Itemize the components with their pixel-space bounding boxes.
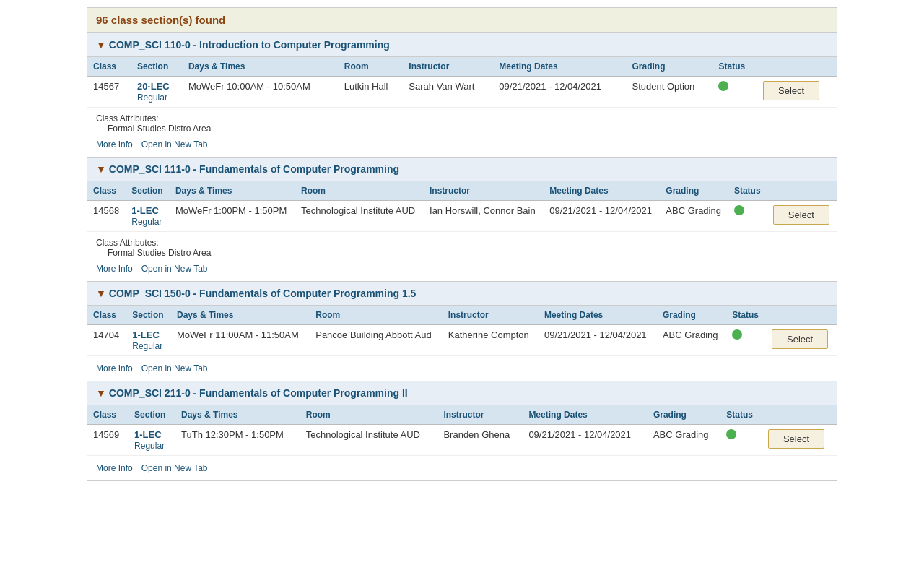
- open-new-tab-link[interactable]: Open in New Tab: [141, 264, 208, 274]
- class-attributes: Class Attributes:Formal Studies Distro A…: [87, 232, 837, 261]
- col-header: Room: [300, 405, 438, 425]
- col-header: Grading: [657, 306, 726, 325]
- col-header: Section: [131, 57, 183, 77]
- instructor-cell: Katherine Compton: [443, 325, 539, 356]
- status-dot: [732, 329, 742, 340]
- open-new-tab-link[interactable]: Open in New Tab: [141, 463, 208, 473]
- col-header: [762, 405, 837, 425]
- select-cell: Select: [762, 425, 837, 456]
- main-container: 96 class section(s) found ▼COMP_SCI 110-…: [87, 7, 837, 481]
- col-header: Section: [126, 181, 170, 201]
- results-header: 96 class section(s) found: [87, 7, 837, 33]
- more-info-link[interactable]: More Info: [96, 264, 133, 274]
- col-header: Meeting Dates: [539, 306, 657, 325]
- more-info-link[interactable]: More Info: [96, 139, 133, 150]
- select-button[interactable]: Select: [768, 429, 824, 449]
- section-type: Regular: [132, 341, 162, 351]
- select-cell: Select: [767, 201, 837, 232]
- select-cell: Select: [766, 325, 837, 356]
- col-header: Meeting Dates: [523, 405, 648, 425]
- select-button[interactable]: Select: [763, 81, 819, 100]
- course-header-2[interactable]: ▼COMP_SCI 111-0 - Fundamentals of Comput…: [87, 158, 837, 181]
- open-new-tab-link[interactable]: Open in New Tab: [141, 363, 208, 374]
- course-header-4[interactable]: ▼COMP_SCI 211-0 - Fundamentals of Comput…: [87, 381, 837, 405]
- section-type: Regular: [134, 441, 165, 451]
- collapse-arrow: ▼: [96, 387, 106, 399]
- table-wrapper-1: ClassSectionDays & TimesRoomInstructorMe…: [87, 57, 837, 108]
- course-block-4: ▼COMP_SCI 211-0 - Fundamentals of Comput…: [87, 381, 837, 481]
- course-block-2: ▼COMP_SCI 111-0 - Fundamentals of Comput…: [87, 158, 837, 282]
- collapse-arrow: ▼: [96, 39, 106, 51]
- course-table-1: ClassSectionDays & TimesRoomInstructorMe…: [87, 57, 837, 108]
- meeting-dates-cell: 09/21/2021 - 12/04/2021: [523, 425, 648, 456]
- attr-title: Class Attributes:: [96, 113, 159, 124]
- section-type: Regular: [131, 217, 162, 227]
- col-header: Section: [128, 405, 175, 425]
- attr-title: Class Attributes:: [96, 238, 159, 248]
- days-times-cell: TuTh 12:30PM - 1:50PM: [175, 425, 300, 456]
- table-row: 1456720-LECRegularMoWeFr 10:00AM - 10:50…: [87, 77, 837, 108]
- course-header-3[interactable]: ▼COMP_SCI 150-0 - Fundamentals of Comput…: [87, 282, 837, 306]
- collapse-arrow: ▼: [96, 163, 106, 175]
- col-header: Grading: [660, 181, 728, 201]
- select-button[interactable]: Select: [773, 205, 829, 225]
- col-header: Status: [726, 306, 766, 325]
- status-dot: [718, 81, 728, 91]
- table-row: 145681-LECRegularMoWeFr 1:00PM - 1:50PMT…: [87, 201, 837, 232]
- status-cell: [720, 425, 762, 456]
- more-info-link[interactable]: More Info: [96, 363, 133, 374]
- table-row: 145691-LECRegularTuTh 12:30PM - 1:50PMTe…: [87, 425, 837, 456]
- section-type: Regular: [137, 92, 167, 103]
- col-header: Room: [339, 57, 404, 77]
- status-dot: [734, 205, 744, 215]
- meeting-dates-cell: 09/21/2021 - 12/04/2021: [493, 77, 626, 108]
- select-button[interactable]: Select: [772, 329, 828, 349]
- col-header: [767, 181, 837, 201]
- col-header: Status: [720, 405, 762, 425]
- col-header: Meeting Dates: [493, 57, 626, 77]
- section-cell: 1-LECRegular: [126, 325, 171, 356]
- more-info-link[interactable]: More Info: [96, 463, 133, 473]
- status-dot: [726, 429, 736, 439]
- grading-cell: ABC Grading: [648, 425, 720, 456]
- col-header: Grading: [627, 57, 713, 77]
- col-header: Instructor: [403, 57, 493, 77]
- section-cell: 20-LECRegular: [131, 77, 183, 108]
- open-new-tab-link[interactable]: Open in New Tab: [141, 139, 208, 150]
- room-cell: Technological Institute AUD: [295, 201, 424, 232]
- col-header: Class: [87, 181, 126, 201]
- meeting-dates-cell: 09/21/2021 - 12/04/2021: [539, 325, 657, 356]
- section-link[interactable]: 1-LEC: [134, 429, 170, 440]
- meeting-dates-cell: 09/21/2021 - 12/04/2021: [544, 201, 660, 232]
- days-times-cell: MoWeFr 11:00AM - 11:50AM: [171, 325, 310, 356]
- col-header: Grading: [648, 405, 720, 425]
- status-cell: [728, 201, 767, 232]
- course-links-row: More InfoOpen in New Tab: [87, 137, 837, 157]
- status-cell: [712, 77, 757, 108]
- course-header-1[interactable]: ▼COMP_SCI 110-0 - Introduction to Comput…: [87, 33, 837, 57]
- section-link[interactable]: 1-LEC: [131, 205, 164, 216]
- course-block-1: ▼COMP_SCI 110-0 - Introduction to Comput…: [87, 33, 837, 158]
- room-cell: Lutkin Hall: [339, 77, 404, 108]
- col-header: [766, 306, 837, 325]
- room-cell: Pancoe Building Abbott Aud: [310, 325, 443, 356]
- col-header: Status: [728, 181, 767, 201]
- course-table-2: ClassSectionDays & TimesRoomInstructorMe…: [87, 181, 837, 232]
- table-wrapper-3: ClassSectionDays & TimesRoomInstructorMe…: [87, 306, 837, 356]
- results-count: 96 class section(s) found: [96, 14, 225, 26]
- section-link[interactable]: 20-LEC: [137, 81, 177, 92]
- grading-cell: ABC Grading: [660, 201, 728, 232]
- class-number: 14704: [87, 325, 126, 356]
- col-header: Instructor: [424, 181, 544, 201]
- status-cell: [726, 325, 766, 356]
- col-header: Class: [87, 306, 126, 325]
- table-wrapper-4: ClassSectionDays & TimesRoomInstructorMe…: [87, 405, 837, 456]
- attr-value: Formal Studies Distro Area: [96, 248, 211, 258]
- section-link[interactable]: 1-LEC: [132, 329, 165, 340]
- col-header: Instructor: [443, 306, 539, 325]
- section-cell: 1-LECRegular: [128, 425, 175, 456]
- section-cell: 1-LECRegular: [126, 201, 170, 232]
- select-cell: Select: [757, 77, 837, 108]
- course-table-3: ClassSectionDays & TimesRoomInstructorMe…: [87, 306, 837, 356]
- room-cell: Technological Institute AUD: [300, 425, 438, 456]
